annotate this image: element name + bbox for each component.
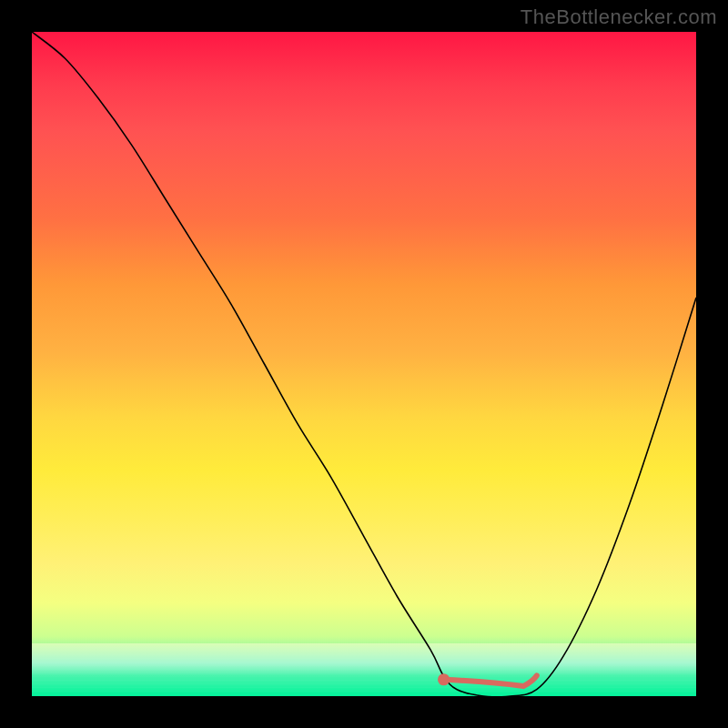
chart-area: [32, 32, 696, 696]
watermark-text: TheBottlenecker.com: [521, 5, 717, 29]
bottleneck-curve-path: [32, 32, 696, 696]
marker-segment-path: [444, 675, 537, 686]
chart-svg: [32, 32, 696, 696]
